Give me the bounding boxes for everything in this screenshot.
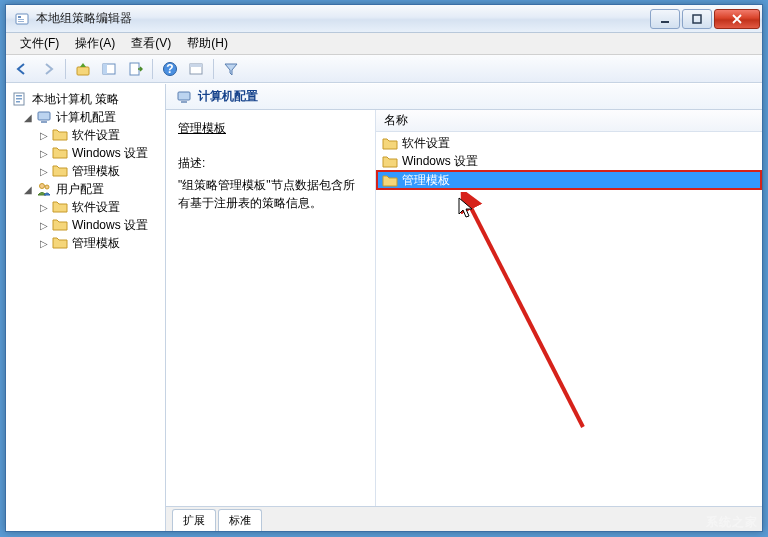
menubar: 文件(F) 操作(A) 查看(V) 帮助(H) — [6, 33, 762, 55]
toolbar: ? — [6, 55, 762, 83]
tree-user-config[interactable]: ◢ 用户配置 — [8, 180, 163, 198]
svg-rect-19 — [41, 121, 47, 123]
menu-action[interactable]: 操作(A) — [67, 33, 123, 54]
svg-rect-6 — [77, 67, 89, 75]
tree-root[interactable]: 本地计算机 策略 — [8, 90, 163, 108]
help-button[interactable]: ? — [158, 58, 182, 80]
up-button[interactable] — [71, 58, 95, 80]
titlebar[interactable]: 本地组策略编辑器 — [6, 5, 762, 33]
svg-rect-4 — [661, 21, 669, 23]
svg-rect-3 — [18, 21, 24, 22]
list-item-windows[interactable]: Windows 设置 — [376, 152, 762, 170]
expand-icon[interactable]: ▷ — [38, 148, 50, 159]
menu-file[interactable]: 文件(F) — [12, 33, 67, 54]
svg-rect-18 — [38, 112, 50, 120]
tabs-row: 扩展 标准 — [166, 507, 762, 531]
description-body: "组策略管理模板"节点数据包含所有基于注册表的策略信息。 — [178, 176, 363, 212]
minimize-button[interactable] — [650, 9, 680, 29]
svg-rect-1 — [18, 16, 21, 18]
annotation-arrow — [458, 192, 588, 432]
svg-rect-16 — [16, 98, 22, 100]
folder-icon — [52, 145, 68, 161]
export-button[interactable] — [123, 58, 147, 80]
list-header[interactable]: 名称 — [376, 110, 762, 132]
svg-rect-2 — [18, 19, 24, 20]
tree-label: 管理模板 — [72, 163, 120, 180]
tree-label: 管理模板 — [72, 235, 120, 252]
folder-icon — [52, 199, 68, 215]
collapse-icon[interactable]: ◢ — [22, 112, 34, 123]
list-item-label: 管理模板 — [402, 172, 450, 189]
menu-view[interactable]: 查看(V) — [123, 33, 179, 54]
content-body: 管理模板 描述: "组策略管理模板"节点数据包含所有基于注册表的策略信息。 名称… — [166, 110, 762, 507]
svg-rect-9 — [130, 63, 139, 75]
folder-icon — [52, 163, 68, 179]
tree-item-software[interactable]: ▷ 软件设置 — [8, 198, 163, 216]
tree-label: 本地计算机 策略 — [32, 91, 119, 108]
folder-icon — [382, 154, 398, 168]
cursor-icon — [458, 197, 476, 219]
svg-rect-5 — [693, 15, 701, 23]
tree-label: Windows 设置 — [72, 217, 148, 234]
maximize-button[interactable] — [682, 9, 712, 29]
tab-standard[interactable]: 标准 — [218, 509, 262, 531]
content-title: 计算机配置 — [198, 88, 258, 105]
properties-button[interactable] — [184, 58, 208, 80]
tree-item-software[interactable]: ▷ 软件设置 — [8, 126, 163, 144]
window-title: 本地组策略编辑器 — [36, 10, 648, 27]
tree-item-admin[interactable]: ▷ 管理模板 — [8, 162, 163, 180]
body-split: 本地计算机 策略 ◢ 计算机配置 ▷ 软件设置 ▷ Windows 设置 ▷ 管… — [6, 83, 762, 531]
svg-rect-13 — [190, 64, 202, 67]
tree-label: 计算机配置 — [56, 109, 116, 126]
collapse-icon[interactable]: ◢ — [22, 184, 34, 195]
close-button[interactable] — [714, 9, 760, 29]
tab-extended[interactable]: 扩展 — [172, 509, 216, 531]
list-item-label: Windows 设置 — [402, 153, 478, 170]
expand-icon[interactable]: ▷ — [38, 202, 50, 213]
list-item-admin[interactable]: 管理模板 — [376, 170, 762, 190]
forward-button[interactable] — [36, 58, 60, 80]
folder-icon — [52, 127, 68, 143]
list-item-software[interactable]: 软件设置 — [376, 134, 762, 152]
toolbar-separator — [65, 59, 66, 79]
policy-icon — [12, 91, 28, 107]
expand-icon[interactable]: ▷ — [38, 130, 50, 141]
svg-line-24 — [468, 202, 583, 427]
computer-icon — [36, 109, 52, 125]
user-icon — [36, 181, 52, 197]
svg-rect-23 — [181, 101, 187, 103]
tree-label: 软件设置 — [72, 199, 120, 216]
svg-point-21 — [45, 185, 49, 189]
toolbar-separator — [152, 59, 153, 79]
tree-label: 用户配置 — [56, 181, 104, 198]
show-hide-tree-button[interactable] — [97, 58, 121, 80]
back-button[interactable] — [10, 58, 34, 80]
content-pane: 计算机配置 管理模板 描述: "组策略管理模板"节点数据包含所有基于注册表的策略… — [166, 84, 762, 531]
description-pane: 管理模板 描述: "组策略管理模板"节点数据包含所有基于注册表的策略信息。 — [166, 110, 376, 506]
tree-item-windows[interactable]: ▷ Windows 设置 — [8, 144, 163, 162]
menu-help[interactable]: 帮助(H) — [179, 33, 236, 54]
filter-button[interactable] — [219, 58, 243, 80]
app-icon — [14, 11, 30, 27]
app-window: 本地组策略编辑器 文件(F) 操作(A) 查看(V) 帮助(H) ? 本地计算机… — [5, 4, 763, 532]
tree-label: 软件设置 — [72, 127, 120, 144]
svg-text:?: ? — [166, 62, 173, 76]
computer-icon — [176, 89, 192, 105]
content-header: 计算机配置 — [166, 84, 762, 110]
tree-item-admin[interactable]: ▷ 管理模板 — [8, 234, 163, 252]
expand-icon[interactable]: ▷ — [38, 220, 50, 231]
list-body[interactable]: 软件设置 Windows 设置 管理模板 — [376, 132, 762, 506]
section-title: 管理模板 — [178, 120, 363, 137]
tree-label: Windows 设置 — [72, 145, 148, 162]
folder-icon — [52, 235, 68, 251]
expand-icon[interactable]: ▷ — [38, 166, 50, 177]
svg-rect-22 — [178, 92, 190, 100]
list-item-label: 软件设置 — [402, 135, 450, 152]
svg-rect-17 — [16, 101, 20, 103]
list-pane: 名称 软件设置 Windows 设置 管理模板 — [376, 110, 762, 506]
folder-icon — [382, 173, 398, 187]
tree-computer-config[interactable]: ◢ 计算机配置 — [8, 108, 163, 126]
tree-item-windows[interactable]: ▷ Windows 设置 — [8, 216, 163, 234]
expand-icon[interactable]: ▷ — [38, 238, 50, 249]
tree-pane[interactable]: 本地计算机 策略 ◢ 计算机配置 ▷ 软件设置 ▷ Windows 设置 ▷ 管… — [6, 84, 166, 531]
